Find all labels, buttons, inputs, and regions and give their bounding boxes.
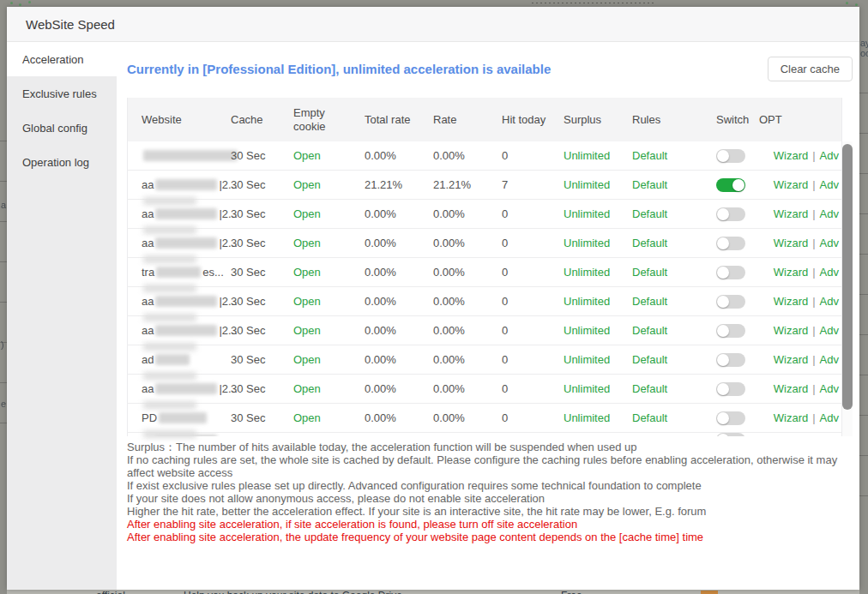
adv-link[interactable]: Adv	[820, 324, 839, 337]
table-row: aa|2...30 SecOpen21.21%21.21%7UnlimitedD…	[128, 171, 841, 200]
column-header-switch: Switch	[702, 113, 745, 127]
rules-default-link[interactable]: Default	[618, 316, 702, 345]
acceleration-switch[interactable]	[716, 353, 745, 367]
opt-cell: Wizard|Adv	[745, 345, 842, 374]
website-redacted-text	[155, 208, 217, 219]
wizard-link[interactable]: Wizard	[774, 149, 808, 162]
acceleration-switch[interactable]	[716, 411, 745, 425]
clear-cache-button[interactable]: Clear cache	[768, 57, 853, 81]
sites-table: WebsiteCacheEmpty cookieTotal rateRateHi…	[127, 98, 853, 436]
wizard-link[interactable]: Wizard	[774, 382, 808, 395]
acceleration-switch[interactable]	[716, 178, 745, 192]
acceleration-switch[interactable]	[716, 237, 745, 250]
redaction-smudge	[143, 372, 196, 380]
rate-cell: 0.00%	[419, 345, 488, 374]
adv-link[interactable]: Adv	[820, 411, 839, 424]
rules-default-link[interactable]: Default	[618, 287, 702, 315]
sidebar-item-acceleration[interactable]: Acceleration	[7, 42, 117, 76]
cache-cell: 30 Sec	[217, 287, 280, 315]
sidebar-item-global-config[interactable]: Global config	[7, 111, 117, 145]
adv-link[interactable]: Adv	[820, 149, 839, 162]
empty-cookie-open-link[interactable]: Open	[280, 316, 351, 345]
rules-default-link[interactable]: Default	[618, 375, 702, 403]
wizard-link[interactable]: Wizard	[774, 324, 808, 337]
note-line: If exist exclusive rules please set up d…	[127, 479, 853, 492]
total-rate-cell: 0.00%	[351, 200, 419, 228]
empty-cookie-open-link[interactable]: Open	[280, 375, 351, 403]
acceleration-switch[interactable]	[716, 433, 745, 436]
empty-cookie-open-link[interactable]: Open	[280, 433, 351, 436]
empty-cookie-open-link[interactable]: Open	[280, 171, 351, 199]
hit-today-cell: 0	[488, 375, 550, 403]
website-redacted-text	[155, 383, 217, 394]
rules-default-link[interactable]: Default	[618, 345, 702, 374]
rules-default-link[interactable]: Default	[618, 404, 702, 432]
rules-default-link[interactable]: Default	[618, 433, 702, 436]
switch-cell	[702, 141, 745, 170]
rules-default-link[interactable]: Default	[618, 141, 702, 170]
acceleration-switch[interactable]	[716, 207, 745, 221]
rules-default-link[interactable]: Default	[618, 200, 702, 228]
cache-cell: 30 Sec	[217, 375, 280, 403]
wizard-link[interactable]: Wizard	[774, 295, 808, 308]
hit-today-cell: 0	[488, 258, 550, 286]
empty-cookie-open-link[interactable]: Open	[280, 287, 351, 315]
switch-knob	[717, 325, 729, 337]
acceleration-switch[interactable]	[716, 149, 745, 163]
table-scrollbar[interactable]	[842, 141, 853, 436]
wizard-link[interactable]: Wizard	[774, 266, 808, 279]
content-panel: Currently in [Professional Edition], unl…	[117, 42, 859, 590]
adv-link[interactable]: Adv	[820, 266, 839, 279]
acceleration-switch[interactable]	[716, 266, 745, 279]
adv-link[interactable]: Adv	[820, 295, 839, 308]
total-rate-cell: 0.00%	[351, 375, 419, 403]
table-scrollbar-thumb[interactable]	[842, 144, 853, 410]
sidebar-item-operation-log[interactable]: Operation log	[7, 145, 117, 179]
opt-cell: Wizard|Adv	[745, 375, 842, 403]
switch-knob	[717, 208, 729, 220]
wizard-link[interactable]: Wizard	[774, 207, 808, 220]
rate-cell: 0.00%	[419, 229, 488, 257]
adv-link[interactable]: Adv	[820, 207, 839, 220]
empty-cookie-open-link[interactable]: Open	[280, 404, 351, 432]
switch-cell	[702, 287, 745, 315]
rules-default-link[interactable]: Default	[618, 171, 702, 199]
adv-link[interactable]: Adv	[820, 382, 839, 395]
adv-link[interactable]: Adv	[820, 434, 839, 437]
column-header-hit-today: Hit today	[488, 113, 550, 127]
empty-cookie-open-link[interactable]: Open	[280, 258, 351, 286]
wizard-link[interactable]: Wizard	[774, 434, 808, 437]
total-rate-cell: 0.00%	[351, 287, 419, 315]
switch-knob	[717, 412, 729, 424]
empty-cookie-open-link[interactable]: Open	[280, 345, 351, 374]
redaction-smudge	[143, 197, 196, 205]
wizard-link[interactable]: Wizard	[774, 411, 808, 424]
rules-default-link[interactable]: Default	[618, 258, 702, 286]
acceleration-switch[interactable]	[716, 324, 745, 338]
sidebar-item-exclusive-rules[interactable]: Exclusive rules	[7, 76, 117, 111]
empty-cookie-open-link[interactable]: Open	[280, 141, 351, 170]
wizard-link[interactable]: Wizard	[774, 237, 808, 249]
switch-knob	[717, 267, 729, 279]
wizard-link[interactable]: Wizard	[774, 178, 808, 191]
hit-today-cell: 0	[488, 200, 550, 228]
table-body: 30 SecOpen0.00%0.00%0UnlimitedDefaultWiz…	[128, 141, 841, 433]
wizard-link[interactable]: Wizard	[774, 353, 808, 366]
dialog-title: WebSite Speed	[26, 17, 115, 32]
acceleration-switch[interactable]	[716, 295, 745, 309]
switch-cell	[702, 345, 745, 374]
rules-default-link[interactable]: Default	[618, 229, 702, 257]
adv-link[interactable]: Adv	[820, 178, 839, 191]
acceleration-switch[interactable]	[716, 382, 745, 396]
redaction-smudge	[143, 226, 196, 234]
opt-cell: Wizard|Adv	[745, 141, 842, 170]
adv-link[interactable]: Adv	[820, 237, 839, 249]
note-line: If your site does not allow anonymous ac…	[127, 492, 853, 505]
empty-cookie-open-link[interactable]: Open	[280, 200, 351, 228]
table-row: aa|2...30 SecOpen0.00%0.00%0UnlimitedDef…	[128, 287, 841, 316]
banner-row: Currently in [Professional Edition], unl…	[127, 54, 853, 83]
rate-cell: 0.00%	[419, 258, 488, 286]
redaction-smudge	[143, 401, 196, 409]
adv-link[interactable]: Adv	[820, 353, 839, 366]
empty-cookie-open-link[interactable]: Open	[280, 229, 351, 257]
